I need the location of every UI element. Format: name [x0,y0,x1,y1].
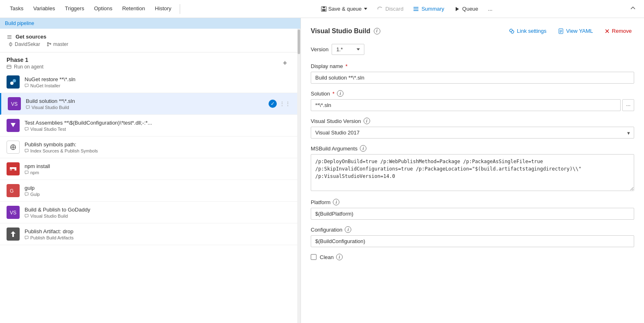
nav-tasks[interactable]: Tasks [5,0,28,18]
sub-icon [25,214,29,218]
configuration-label: Configuration [311,227,342,233]
top-navigation: Tasks Variables Triggers Options Retenti… [0,0,644,18]
solution-group: Solution * i ··· [311,90,634,111]
phase-header: Phase 1 Run on agent + [0,52,297,71]
svg-marker-32 [25,171,28,174]
vs-version-select[interactable]: Visual Studio 2017 Visual Studio 2015 Vi… [311,127,634,139]
expand-icon [630,5,636,11]
nav-separator [180,4,180,14]
display-name-group: Display name * [311,63,634,84]
nav-options[interactable]: Options [89,0,118,18]
svg-marker-24 [25,127,28,131]
task-icon [7,119,20,132]
add-task-button[interactable]: + [279,57,291,69]
task-info: Build & Publish to GoDaddy Visual Studio… [25,207,274,218]
task-list: NuGet restore **\*.sln NuGet Installer ⋮… [0,71,297,245]
version-group: Version 1.* [311,44,634,55]
svg-marker-37 [11,231,16,237]
link-settings-button[interactable]: Link settings [506,26,549,36]
task-item[interactable]: VS Build & Publish to GoDaddy Visual Stu… [0,202,297,223]
solution-browse-button[interactable]: ··· [622,99,634,111]
remove-button[interactable]: Remove [602,26,634,36]
view-yaml-button[interactable]: View YAML [556,26,596,36]
clean-checkbox[interactable] [311,254,316,260]
configuration-info-icon[interactable]: i [345,226,351,233]
svg-text:VS: VS [10,210,16,216]
task-icon: npm [7,162,20,175]
task-item[interactable]: G gulp Gulp ⋮⋮ [0,180,297,202]
solution-required: * [332,91,334,97]
more-button[interactable]: ... [484,3,497,14]
task-item[interactable]: Publish Artifact: drop Publish Build Art… [0,223,297,245]
save-queue-chevron [364,8,367,10]
title-info-icon[interactable]: i [374,28,380,34]
task-name: Publish Artifact: drop [25,228,274,234]
task-icon [7,227,20,241]
expand-button[interactable] [630,5,639,12]
svg-rect-2 [322,9,325,11]
save-queue-button[interactable]: Save & queue [317,3,372,14]
display-name-required: * [346,63,348,69]
task-sub: Gulp [25,192,274,197]
task-info: gulp Gulp [25,185,274,197]
display-name-input[interactable] [311,72,634,84]
svg-rect-17 [7,65,11,68]
version-label: Version [311,46,328,52]
configuration-input[interactable] [311,235,634,247]
task-item[interactable]: Test Assemblies **\$(BuildConfiguration)… [0,115,297,136]
nav-variables[interactable]: Variables [28,0,60,18]
drag-handle[interactable]: ⋮⋮ [279,100,291,107]
solution-input[interactable] [311,99,621,111]
task-item[interactable]: Publish symbols path: Index Sources & Pu… [0,136,297,158]
task-item[interactable]: npm npm install npm ⋮⋮ [0,158,297,180]
svg-point-11 [10,43,11,44]
scroll-thumb[interactable] [298,30,300,54]
drag-handle[interactable]: ⋮⋮ [279,209,291,216]
agent-icon [7,64,11,69]
svg-rect-3 [414,7,418,8]
msbuild-input[interactable]: /p:DeployOnBuild=true /p:WebPublishMetho… [311,154,634,191]
summary-button[interactable]: Summary [409,3,448,14]
nav-history[interactable]: History [150,0,176,18]
svg-marker-23 [26,106,29,109]
task-icon: VS [8,97,21,110]
clean-info-icon[interactable]: i [336,254,343,260]
svg-marker-21 [25,84,28,87]
task-name: gulp [25,185,274,191]
task-item[interactable]: VS Build solution **\*.sln Visual Studio… [0,93,297,115]
task-actions: ✓ ⋮⋮ [269,100,291,108]
git-icon [8,42,13,47]
version-dropdown[interactable]: 1.* [332,44,364,55]
svg-marker-38 [25,236,28,239]
svg-rect-1 [323,7,325,8]
solution-info-icon[interactable]: i [337,90,343,97]
drag-handle[interactable]: ⋮⋮ [279,144,291,150]
svg-marker-6 [456,7,459,11]
drag-handle[interactable]: ⋮⋮ [279,122,291,129]
pipeline-header[interactable]: Build pipeline [0,18,301,29]
queue-button[interactable]: Queue [450,3,482,14]
vs-version-info-icon[interactable]: i [364,118,370,124]
task-icon: VS [7,206,20,219]
task-info: NuGet restore **\*.sln NuGet Installer [25,76,274,88]
task-item[interactable]: NuGet restore **\*.sln NuGet Installer ⋮… [0,71,297,93]
get-sources-row[interactable]: Get sources DavidSekar [0,29,297,52]
platform-input[interactable] [311,208,634,220]
drag-handle[interactable]: ⋮⋮ [279,166,291,172]
task-check: ✓ [269,100,277,108]
vs-version-label: Visual Studio Version [311,118,361,124]
svg-point-19 [10,82,14,85]
platform-info-icon[interactable]: i [333,199,339,205]
drag-handle[interactable]: ⋮⋮ [279,187,291,194]
drag-handle[interactable]: ⋮⋮ [279,79,291,85]
configuration-group: Configuration i [311,226,634,247]
msbuild-info-icon[interactable]: i [360,145,366,152]
discard-button[interactable]: Discard [373,3,407,14]
task-name: Build solution **\*.sln [26,98,264,104]
drag-handle[interactable]: ⋮⋮ [279,231,291,237]
nav-retention[interactable]: Retention [117,0,150,18]
summary-icon [413,6,419,12]
task-name: NuGet restore **\*.sln [25,76,274,82]
task-info: Publish symbols path: Index Sources & Pu… [25,141,274,153]
nav-triggers[interactable]: Triggers [60,0,89,18]
